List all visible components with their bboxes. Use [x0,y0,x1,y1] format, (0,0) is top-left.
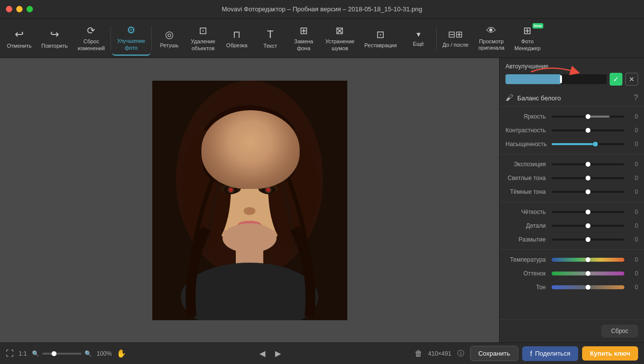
exposure-slider[interactable] [552,163,624,165]
saturation-slider[interactable] [552,143,624,145]
zoom-out-icon[interactable]: 🔍 [32,350,39,357]
slider-row-blur: Размытие 0 [500,233,644,246]
fullscreen-icon[interactable]: ⛶ [6,349,14,358]
denoise-icon: ⊠ [336,25,344,36]
details-thumb [586,223,590,228]
remove-icon: ⊡ [199,25,207,36]
crop-icon: ⊓ [233,29,241,40]
facebook-icon: f [530,350,532,358]
slider-group-detail: Чёткость 0 Детали 0 [500,202,644,250]
replace-icon: ⊞ [300,25,308,36]
share-label: Поделиться [535,350,570,357]
bottom-center: ◀ ▶ [132,349,408,358]
retouch-icon: ◎ [165,29,173,40]
prev-button[interactable]: ◀ [259,349,265,358]
info-icon[interactable]: ⓘ [457,349,464,358]
next-button[interactable]: ▶ [275,349,281,358]
toolbar-replace-bg[interactable]: ⊞ Заменафона [287,21,320,56]
tint-slider[interactable] [552,272,624,275]
help-icon[interactable]: ? [634,93,638,102]
minimize-button[interactable] [16,6,23,12]
toolbar-crop[interactable]: ⊓ Обрезка [220,21,253,56]
toolbar-undo-label: Отменить [7,43,31,49]
toolbar-replace-label: Заменафона [294,38,313,51]
svg-rect-23 [210,163,217,173]
temperature-thumb [586,257,590,262]
toolbar-more-label: Ещё [413,41,424,47]
toolbar-redo[interactable]: ↪ Повторить [36,21,73,56]
svg-point-15 [229,188,233,192]
toolbar-retouch-label: Ретушь [160,42,179,48]
toolbar-reset[interactable]: ⟳ Сбросизменений [73,21,110,56]
toolbar-crop-label: Обрезка [226,42,248,48]
zoom-in-icon[interactable]: 🔍 [84,350,92,357]
sliders-section: Яркость 0 Контрастность 0 [500,107,644,319]
highlights-slider[interactable] [552,177,624,179]
bottom-bar: ⛶ 1:1 🔍 🔍 100% ✋ ◀ ▶ 🗑 410×491 ⓘ Сохрани… [0,342,644,364]
brightness-slider[interactable] [552,116,624,118]
save-button[interactable]: Сохранить [470,346,519,361]
details-slider[interactable] [552,225,624,227]
toolbar-restore-label: Реставрация [364,42,397,48]
zoom-slider[interactable] [42,353,82,355]
temperature-value: 0 [626,256,638,263]
details-value: 0 [626,222,638,229]
toolbar-text[interactable]: T Текст [253,21,287,56]
toolbar-remove-label: Удалениеобъектов [191,38,216,51]
toolbar-enhance[interactable]: ⚙ Улучшениефото [112,21,150,56]
toolbar-restore[interactable]: ⊡ Реставрация [360,21,402,56]
hand-tool-icon[interactable]: ✋ [116,349,126,358]
saturation-value: 0 [626,141,638,148]
maximize-button[interactable] [27,6,33,12]
toolbar-undo[interactable]: ↩ Отменить [2,21,36,56]
svg-point-17 [244,207,255,215]
toolbar-photo-manager[interactable]: New ⊞ ФотоМенеджер [509,21,545,56]
exposure-thumb [586,162,590,167]
toolbar-denoise[interactable]: ⊠ Устранениешумов [320,21,360,56]
more-icon: ▾ [417,30,420,39]
right-panel: Автоулучшение ✓ ✕ 🖌 Баланс белого ? [499,58,644,342]
shadows-value: 0 [626,188,638,195]
toolbar-original-label: Просмотроригинала [478,38,504,51]
toolbar-before-after[interactable]: ⊟⊞ До / после [438,21,474,56]
tone-slider[interactable] [552,285,624,289]
contrast-label: Контрастность [505,127,550,134]
svg-point-16 [266,188,270,192]
saturation-label: Насыщенность [505,141,550,148]
reset-button[interactable]: Сброс [601,325,638,337]
toolbar-retouch[interactable]: ◎ Ретушь [153,21,186,56]
auto-enhance-confirm[interactable]: ✓ [610,73,622,86]
shadows-slider[interactable] [552,191,624,193]
redo-icon: ↪ [50,28,59,41]
saturation-thumb [593,142,598,147]
tint-label: Оттенок [505,270,550,277]
text-icon: T [267,28,273,41]
tone-label: Тон [505,284,550,291]
main-content: Автоулучшение ✓ ✕ 🖌 Баланс белого ? [0,58,644,342]
share-button[interactable]: f Поделиться [522,346,578,361]
buy-button[interactable]: Купить ключ [582,346,638,361]
clarity-slider[interactable] [552,211,624,213]
blur-slider[interactable] [552,239,624,241]
tint-value: 0 [626,270,638,277]
toolbar-more[interactable]: ▾ Ещё [402,21,435,56]
highlights-value: 0 [626,175,638,182]
temperature-slider[interactable] [552,258,624,262]
toolbar-sep-3 [436,26,437,51]
brightness-thumb [586,114,590,119]
brightness-fill [588,116,610,118]
contrast-slider[interactable] [552,129,624,131]
auto-enhance-cancel[interactable]: ✕ [625,73,638,86]
toolbar-remove-objects[interactable]: ⊡ Удалениеобъектов [186,21,221,56]
toolbar-view-original[interactable]: 👁 Просмотроригинала [474,21,509,56]
white-balance-section: 🖌 Баланс белого ? [500,90,644,107]
shadows-thumb [586,189,590,194]
zoom-percent: 100% [97,350,112,357]
delete-icon[interactable]: 🗑 [415,349,422,358]
tone-thumb [586,285,590,290]
fit-zoom-label[interactable]: 1:1 [19,350,27,357]
canvas-area[interactable] [0,58,499,342]
slider-row-exposure: Экспозиция 0 [500,157,644,171]
close-button[interactable] [6,6,12,12]
titlebar: Movavi Фоторедактор – Пробная версия – 2… [0,0,644,19]
